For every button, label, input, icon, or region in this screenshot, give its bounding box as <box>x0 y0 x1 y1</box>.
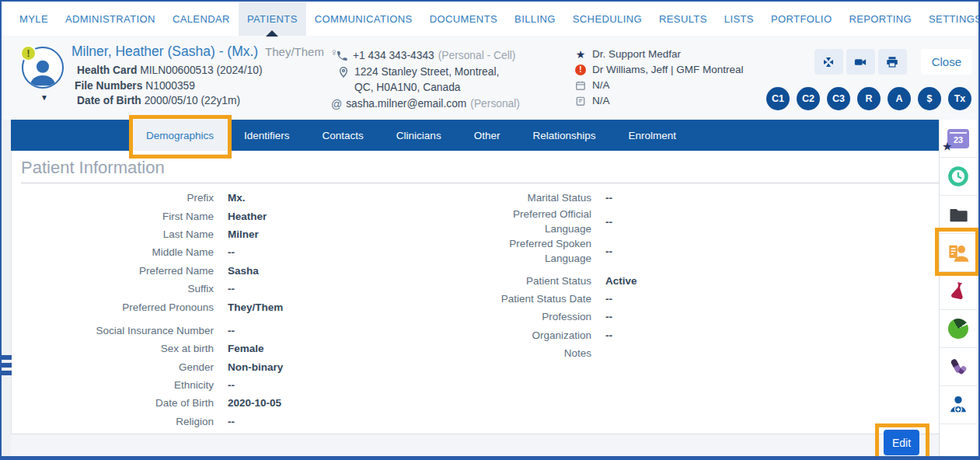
sidebar-item-history[interactable] <box>940 158 977 196</box>
sidebar-item-appointments[interactable]: 23★ <box>940 120 977 158</box>
dob-row: Date of Birth 2000/05/10 (22y1m) <box>71 93 338 109</box>
nav-item-billing[interactable]: BILLING <box>506 2 564 36</box>
last-note-value: N/A <box>592 93 610 109</box>
quick-button-r[interactable]: R <box>857 87 881 110</box>
clipboard-icon <box>574 96 587 106</box>
field-label: Preferred Spoken Language <box>483 236 591 266</box>
panel-resize-handle[interactable] <box>2 355 12 378</box>
video-camera-icon <box>853 55 867 69</box>
nav-item-results[interactable]: RESULTS <box>650 2 716 36</box>
close-button[interactable]: Close <box>921 49 972 75</box>
field-label: Ethnicity <box>74 378 214 392</box>
care-team-row: N/A <box>574 93 744 109</box>
quick-button-dollar[interactable]: $ <box>918 87 941 110</box>
field-value: Female <box>228 343 416 354</box>
header-actions: Close <box>814 49 972 75</box>
field-value: -- <box>605 329 825 341</box>
nav-item-communications[interactable]: COMMUNICATIONS <box>306 2 421 36</box>
sidebar-item-labs[interactable] <box>940 272 977 310</box>
field-label: Religion <box>74 414 214 429</box>
field-first-name: First NameHeather <box>74 207 416 225</box>
nav-item-scheduling[interactable]: SCHEDULING <box>564 2 650 36</box>
tab-clinicians[interactable]: Clinicians <box>380 120 458 151</box>
quick-button-tx[interactable]: Tx <box>948 87 971 110</box>
care-team-row: ★ Dr. Support Medfar <box>574 47 744 62</box>
email-address[interactable]: sasha.milner@email.com <box>346 96 466 113</box>
health-card-value: MILN00600513 (2024/10) <box>137 64 262 76</box>
field-label: Social Insurance Number <box>74 323 214 338</box>
nav-item-patients[interactable]: PATIENTS <box>239 2 306 36</box>
patient-identity: Milner, Heather (Sasha) - (Mx.) They/The… <box>71 44 338 109</box>
field-value: Mx. <box>228 192 416 204</box>
file-numbers-label: File Numbers <box>75 80 142 92</box>
field-value: -- <box>605 311 825 322</box>
sidebar-item-demographics[interactable] <box>940 234 977 272</box>
alert-circle-icon: ! <box>574 64 587 75</box>
nav-item-portfolio[interactable]: PORTFOLIO <box>762 2 840 36</box>
calendar-23-icon: 23★ <box>947 129 969 148</box>
field-middle-name: Middle Name-- <box>74 243 416 261</box>
field-value: Milner <box>228 228 416 240</box>
nav-item-lists[interactable]: LISTS <box>716 2 762 36</box>
nav-item-reporting[interactable]: REPORTING <box>840 2 920 36</box>
sidebar-item-medications[interactable] <box>940 348 977 386</box>
file-numbers-value: N1000359 <box>142 80 195 92</box>
tab-relationships[interactable]: Relationships <box>516 120 612 151</box>
address-line1: 1224 Stanley Street, Montreal, <box>354 64 499 81</box>
field-preferred-name: Preferred NameSasha <box>74 262 416 280</box>
field-value: -- <box>605 246 825 257</box>
pie-chart-icon <box>948 319 968 339</box>
nav-item-settings[interactable]: SETTINGS <box>920 2 980 36</box>
chevron-down-icon[interactable]: ▼ <box>40 93 48 102</box>
patient-header: ! ▼ Milner, Heather (Sasha) - (Mx.) They… <box>2 36 978 120</box>
field-value: They/Them <box>228 301 416 313</box>
health-card-row: Health Card MILN00600513 (2024/10) <box>71 63 338 78</box>
merge-view-button[interactable] <box>814 49 843 75</box>
nav-item-calendar[interactable]: CALENDAR <box>164 2 239 36</box>
lab-flask-icon <box>948 281 968 301</box>
tab-contacts[interactable]: Contacts <box>306 120 380 151</box>
tab-identifiers[interactable]: Identifiers <box>228 120 306 151</box>
top-nav: MYLE ADMINISTRATION CALENDAR PATIENTS CO… <box>2 2 978 36</box>
field-label: Patient Status Date <box>483 291 591 306</box>
quick-button-a[interactable]: A <box>888 87 911 110</box>
calendar-day-number: 23 <box>954 135 963 145</box>
patient-card-icon <box>947 242 969 263</box>
patient-alert-badge: ! <box>20 45 37 61</box>
care-team-row: N/A <box>574 78 744 93</box>
sidebar-item-referrals[interactable] <box>940 386 977 424</box>
tab-demographics[interactable]: Demographics <box>132 120 228 151</box>
patient-name[interactable]: Milner, Heather (Sasha) - (Mx.) <box>71 44 258 59</box>
tab-other[interactable]: Other <box>458 120 517 151</box>
myle-emr-app: { "colors": { "nav_blue": "#2f7cbe", "ta… <box>0 0 980 460</box>
printer-icon <box>885 55 899 69</box>
field-ethnicity: Ethnicity-- <box>74 376 416 394</box>
print-button[interactable] <box>878 49 907 75</box>
phone-number[interactable]: +1 434 343-4343 <box>353 48 434 64</box>
video-call-button[interactable] <box>846 49 875 75</box>
quick-button-c3[interactable]: C3 <box>827 87 850 110</box>
tab-enrolment[interactable]: Enrolment <box>612 120 692 151</box>
field-label: Suffix <box>74 281 214 296</box>
patient-info-right-column: Marital Status-- Preferred Official Lang… <box>483 189 825 362</box>
field-value: -- <box>228 325 416 336</box>
field-last-name: Last NameMilner <box>74 225 416 243</box>
quick-button-c1[interactable]: C1 <box>766 87 790 110</box>
field-label: First Name <box>74 209 214 224</box>
field-value: -- <box>228 416 416 427</box>
person-add-icon <box>947 394 969 416</box>
footer-bar <box>11 434 939 458</box>
phone-note: (Personal - Cell) <box>438 48 516 64</box>
nav-item-documents[interactable]: DOCUMENTS <box>421 2 506 36</box>
location-pin-icon <box>337 66 350 78</box>
field-value: -- <box>228 283 416 294</box>
nav-item-myle[interactable]: MYLE <box>11 2 57 36</box>
quick-button-c2[interactable]: C2 <box>797 87 820 110</box>
edit-button[interactable]: Edit <box>884 430 919 455</box>
nav-item-administration[interactable]: ADMINISTRATION <box>57 2 164 36</box>
field-value: -- <box>228 379 416 391</box>
next-appointment-value: N/A <box>592 78 610 93</box>
sidebar-item-reports[interactable] <box>940 310 977 348</box>
sidebar-item-documents[interactable] <box>940 196 977 234</box>
contact-info: +1 434 343-4343 (Personal - Cell) 1224 S… <box>331 48 520 112</box>
